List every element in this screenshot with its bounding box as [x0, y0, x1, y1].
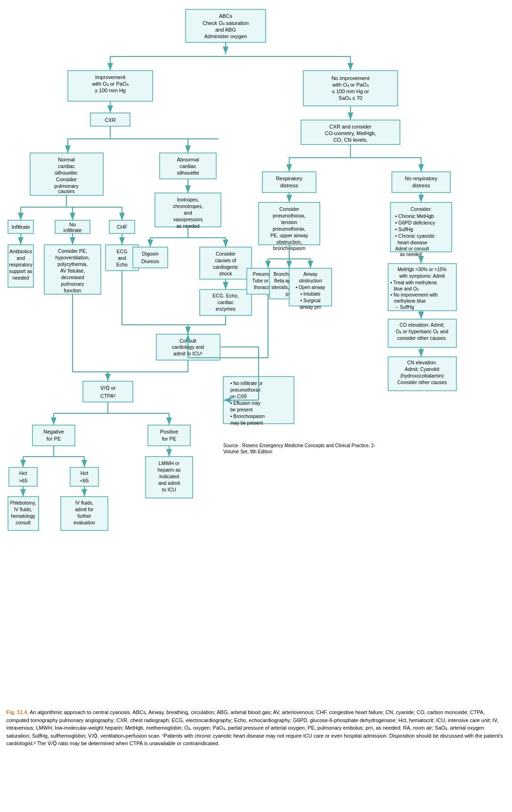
svg-text:PE, upper airway: PE, upper airway: [270, 233, 309, 238]
svg-text:IV fluids,: IV fluids,: [14, 507, 32, 512]
svg-text:SaO₂ ≤ 70: SaO₂ ≤ 70: [338, 95, 362, 101]
svg-text:vasopressors: vasopressors: [173, 217, 202, 222]
svg-text:indicated: indicated: [159, 474, 179, 479]
svg-text:to ICU: to ICU: [162, 487, 176, 492]
vq-ctpa-box: [83, 381, 133, 402]
svg-text:Consider:: Consider:: [410, 206, 431, 212]
svg-text:chronotropes,: chronotropes,: [172, 203, 203, 209]
svg-text:infiltrate: infiltrate: [63, 227, 81, 233]
svg-text:CO-oximetry, MetHgb,: CO-oximetry, MetHgb,: [325, 130, 376, 136]
svg-text:polycythemia,: polycythemia,: [57, 261, 87, 267]
resp-distress-box: [262, 172, 316, 193]
svg-text:Admit; Cyanokit: Admit; Cyanokit: [405, 366, 439, 372]
flowchart-svg: ABCs Check O₂ saturation and ABG Adminis…: [7, 5, 506, 701]
svg-text:decreased: decreased: [61, 274, 84, 280]
svg-text:CO, CN levels,: CO, CN levels,: [333, 137, 367, 143]
svg-text:No improvement: No improvement: [331, 75, 369, 81]
svg-text:• Chronic cyanotic: • Chronic cyanotic: [395, 233, 435, 239]
svg-text:Antibiotics: Antibiotics: [9, 249, 32, 254]
svg-text:cardiac: cardiac: [218, 299, 234, 305]
svg-text:Airway: Airway: [303, 272, 317, 277]
svg-text:Diuresis: Diuresis: [141, 258, 159, 264]
svg-text:V̇/Q̇ or: V̇/Q̇ or: [100, 385, 115, 391]
svg-text:cardiac: cardiac: [58, 163, 75, 169]
svg-text:ECG, Echo,: ECG, Echo,: [212, 293, 238, 298]
svg-text:cardiogenic: cardiogenic: [213, 264, 238, 270]
svg-text:O₂ or hyperbaric O₂ and: O₂ or hyperbaric O₂ and: [396, 329, 448, 334]
svg-text:• Chronic MetHgb: • Chronic MetHgb: [395, 213, 434, 219]
svg-text:CO elevation: Admit;: CO elevation: Admit;: [399, 322, 445, 328]
svg-text:admit for: admit for: [75, 507, 94, 512]
svg-text:Normal: Normal: [58, 157, 74, 162]
svg-text:distress: distress: [280, 183, 298, 188]
svg-text:pneumothorax: pneumothorax: [230, 387, 260, 393]
svg-text:• G6PD deficiency: • G6PD deficiency: [395, 220, 436, 225]
svg-text:obstruction: obstruction: [299, 278, 322, 283]
svg-text:CTPA²: CTPA²: [100, 393, 115, 399]
svg-text:and: and: [118, 255, 126, 261]
svg-text:evaluation: evaluation: [73, 520, 95, 525]
svg-text:Abnormal: Abnormal: [177, 157, 199, 162]
svg-text:Check O₂ saturation: Check O₂ saturation: [202, 20, 248, 26]
svg-text:No: No: [69, 222, 75, 227]
svg-text:• Effusion may: • Effusion may: [230, 401, 260, 406]
svg-text:• No infiltrate or: • No infiltrate or: [230, 381, 263, 386]
svg-text:CXR and consider: CXR and consider: [329, 124, 372, 129]
svg-text:tension: tension: [281, 219, 297, 225]
svg-text:with symptoms: Admit: with symptoms: Admit: [398, 273, 445, 279]
svg-text:Consider other causes: Consider other causes: [397, 379, 447, 385]
svg-text:and: and: [184, 210, 192, 216]
svg-text:<65: <65: [80, 478, 89, 483]
svg-text:• Surgical: • Surgical: [300, 298, 320, 303]
svg-text:and ABG: and ABG: [215, 27, 236, 32]
svg-text:Negative: Negative: [43, 429, 64, 434]
positive-pe-box: [148, 425, 190, 446]
svg-text:ECG: ECG: [116, 249, 127, 254]
svg-text:pulmonary: pulmonary: [61, 281, 84, 287]
svg-text:silhouette:: silhouette:: [54, 170, 78, 176]
svg-text:shock: shock: [219, 271, 232, 276]
svg-text:Consider: Consider: [279, 206, 299, 212]
svg-text:hematology: hematology: [11, 514, 35, 519]
svg-text:IV fluids,: IV fluids,: [75, 500, 93, 506]
svg-text:Consider: Consider: [56, 177, 76, 182]
svg-text:LMWH or: LMWH or: [158, 460, 179, 466]
svg-text:distress: distress: [412, 183, 430, 188]
svg-text:may be present: may be present: [230, 420, 263, 426]
no-resp-distress-box: [392, 172, 450, 193]
svg-text:• Intubate: • Intubate: [300, 291, 320, 297]
svg-text:methylene blue: methylene blue: [394, 298, 426, 304]
svg-text:causes of: causes of: [215, 257, 236, 263]
svg-text:Phlebotomy,: Phlebotomy,: [10, 500, 36, 506]
svg-text:be present: be present: [230, 407, 252, 412]
svg-text:MetHgb >30% or >15%: MetHgb >30% or >15%: [398, 267, 447, 272]
svg-text:CHF: CHF: [116, 224, 127, 230]
svg-text:enzymes: enzymes: [215, 306, 235, 312]
svg-text:No respiratory: No respiratory: [405, 176, 438, 181]
svg-text:Digoxin: Digoxin: [142, 251, 158, 257]
svg-text:further: further: [77, 514, 91, 519]
svg-text:needed: needed: [12, 275, 29, 281]
fig-label: Fig. 11.4.: [7, 709, 29, 715]
svg-text:Hct: Hct: [19, 470, 27, 476]
caption: Fig. 11.4. An algorithmic approach to ce…: [7, 708, 506, 748]
svg-text:Administer oxygen: Administer oxygen: [204, 33, 247, 39]
svg-text:consider other causes.: consider other causes.: [397, 335, 447, 341]
negative-pe-box: [33, 425, 75, 446]
svg-text:Consider: Consider: [215, 251, 236, 257]
svg-text:respiratory: respiratory: [9, 262, 33, 267]
svg-text:>65: >65: [18, 478, 27, 483]
svg-text:Improvement: Improvement: [95, 74, 125, 80]
svg-text:silhouette: silhouette: [177, 170, 199, 176]
svg-text:• SulfHg: • SulfHg: [395, 226, 413, 232]
svg-text:cardiac: cardiac: [179, 163, 196, 169]
svg-text:with O₂ or PaO₂: with O₂ or PaO₂: [91, 81, 128, 87]
svg-text:CN elevation:: CN elevation:: [407, 360, 437, 365]
svg-text:Respiratory: Respiratory: [276, 176, 302, 181]
svg-text:causes: causes: [58, 188, 74, 194]
svg-text:(hydroxocobalamin): (hydroxocobalamin): [400, 373, 443, 378]
svg-text:• Open airway: • Open airway: [295, 285, 325, 290]
svg-text:Infiltrate: Infiltrate: [11, 224, 30, 230]
svg-text:for PE: for PE: [46, 436, 61, 442]
svg-text:consult: consult: [16, 520, 31, 525]
